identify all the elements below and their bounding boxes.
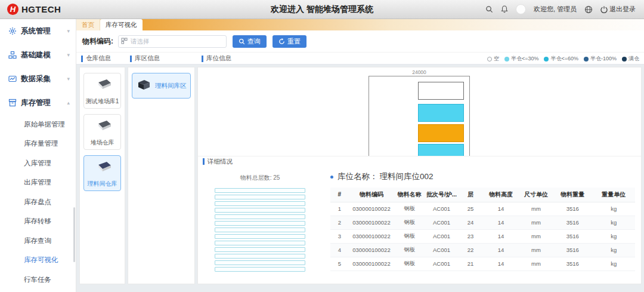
- sidebar-item-原始单据管理[interactable]: 原始单据管理: [0, 115, 76, 134]
- section-header-row: 仓库信息 库区信息 库位信息 空半仓<=30%半仓<=60%半仓-100%满仓: [76, 53, 644, 65]
- sidebar-item-系统管理[interactable]: 系统管理▾: [0, 19, 76, 43]
- bullet-icon: [330, 176, 333, 179]
- shelf-layer-row[interactable]: [215, 214, 305, 219]
- shelf-layer-row[interactable]: [215, 267, 305, 272]
- warehouse-panel: 测试堆场库1堆场仓库理料间仓库: [79, 67, 125, 284]
- shelf-layer-row[interactable]: [215, 208, 305, 213]
- sidebar-item-库存转移[interactable]: 库存转移: [0, 212, 76, 232]
- table-row[interactable]: 3030000100022钢板AC0012314mm3516kg: [330, 229, 635, 243]
- sidebar-item-库存查询[interactable]: 库存查询: [0, 231, 76, 251]
- sidebar-item-库存可视化[interactable]: 库存可视化: [0, 251, 76, 271]
- material-code-input[interactable]: [118, 35, 227, 48]
- chevron-down-icon: ▾: [67, 76, 70, 82]
- table-cell: 钢板: [394, 243, 425, 257]
- sidebar-item-库存量管理[interactable]: 库存量管理: [0, 134, 76, 154]
- table-row[interactable]: 1030000100022钢板AC0012514mm3516kg: [330, 202, 635, 216]
- power-icon: [600, 6, 608, 13]
- bin-slot[interactable]: [418, 124, 464, 142]
- bin-container[interactable]: [369, 76, 470, 157]
- sidebar-item-数据采集[interactable]: 数据采集▾: [0, 67, 76, 91]
- table-cell: mm: [519, 229, 553, 243]
- shelf-layer-row[interactable]: [215, 228, 305, 232]
- shelf-layer-row[interactable]: [215, 241, 305, 245]
- sidebar-item-出库管理[interactable]: 出库管理: [0, 173, 76, 193]
- table-cell: AC001: [425, 229, 458, 243]
- table-cell: 22: [459, 243, 483, 257]
- table-cell: 030000100022: [349, 229, 395, 243]
- sidebar-scrollbar[interactable]: [73, 207, 75, 262]
- bell-icon[interactable]: [501, 5, 508, 13]
- logout-label: 退出登录: [609, 5, 636, 14]
- table-header-cell: 尺寸单位: [519, 188, 553, 202]
- table-cell: 2: [330, 216, 349, 229]
- table-row[interactable]: 2030000100022钢板AC0012414mm3516kg: [330, 216, 635, 229]
- shelf-layer-row[interactable]: [215, 188, 305, 193]
- shelf-layer-row[interactable]: [215, 201, 305, 206]
- table-cell: 钢板: [394, 202, 425, 216]
- sidebar-item-行车任务[interactable]: 行车任务: [0, 270, 76, 290]
- warehouse-slab-icon: [92, 169, 113, 177]
- sidebar-item-库存盘点[interactable]: 库存盘点: [0, 192, 76, 212]
- shelf-layer-row[interactable]: [215, 221, 305, 226]
- sidebar-item-报表管理[interactable]: 报表管理▾: [0, 290, 76, 292]
- tab-home[interactable]: 首页: [76, 19, 100, 30]
- table-cell: 3516: [553, 216, 592, 229]
- sidebar-item-库存管理[interactable]: 库存管理▴: [0, 91, 76, 115]
- shelf-layer-row[interactable]: [215, 254, 305, 259]
- table-cell: 4: [330, 243, 349, 257]
- search-icon[interactable]: [485, 5, 493, 13]
- bin-slot[interactable]: [418, 144, 464, 157]
- warehouse-card-理料间仓库[interactable]: 理料间仓库: [83, 155, 121, 191]
- shelf-layer-row[interactable]: [215, 195, 305, 199]
- table-cell: 5: [330, 257, 349, 271]
- location-name-value: 理料间库位002: [380, 171, 434, 182]
- sidebar-item-入库管理[interactable]: 入库管理: [0, 153, 76, 173]
- section-detail-info: 详细情况: [198, 156, 641, 167]
- shelf-layer-row[interactable]: [215, 234, 305, 239]
- table-cell: AC001: [425, 243, 458, 257]
- warehouse-card-堆场仓库[interactable]: 堆场仓库: [83, 114, 121, 150]
- table-cell: 3: [330, 229, 349, 243]
- table-header-cell: 层: [459, 188, 483, 202]
- table-cell: 14: [482, 216, 519, 229]
- logout-button[interactable]: 退出登录: [600, 5, 636, 14]
- tab-inventory-visualization[interactable]: 库存可视化: [100, 19, 143, 30]
- content-area: 测试堆场库1堆场仓库理料间仓库 理料间库区 24000 详细情况: [76, 65, 644, 292]
- legend-item: 半仓<=60%: [544, 55, 578, 63]
- area-panel: 理料间库区: [128, 67, 195, 284]
- table-cell: kg: [592, 243, 635, 257]
- table-cell: mm: [519, 216, 553, 229]
- shelf-layer-row[interactable]: [215, 260, 305, 265]
- legend-dot-icon: [544, 57, 549, 62]
- warehouse-card-测试堆场库1[interactable]: 测试堆场库1: [83, 73, 121, 109]
- reset-button[interactable]: 重置: [273, 35, 306, 48]
- table-cell: 3516: [553, 243, 592, 257]
- table-header-cell: 批次号/炉...: [425, 188, 458, 202]
- inventory-icon: [8, 99, 17, 107]
- language-globe-icon[interactable]: [584, 5, 593, 14]
- table-cell: 14: [482, 229, 519, 243]
- table-header-cell: 物料编码: [349, 188, 395, 202]
- table-cell: mm: [519, 202, 553, 216]
- select-prefix-icon: [121, 38, 128, 46]
- user-avatar[interactable]: [516, 4, 526, 14]
- table-header-cell: #: [330, 188, 349, 202]
- table-cell: 1: [330, 202, 349, 216]
- total-layers-text: 物料总层数: 25: [198, 174, 322, 182]
- bin-slot[interactable]: [418, 82, 464, 100]
- material-table-header-row: #物料编码物料名称批次号/炉...层物料高度尺寸单位物料重量重量单位: [330, 188, 635, 202]
- sidebar-item-基础建模[interactable]: 基础建模▾: [0, 43, 76, 67]
- shelf-layer-row[interactable]: [215, 247, 305, 252]
- app-window: H HGTECH 欢迎进入 智能堆场管理系统 欢迎您, 管理员 退出登录 系统: [0, 0, 644, 292]
- bin-slot[interactable]: [418, 104, 464, 122]
- section-bar: [81, 56, 83, 62]
- area-card-理料间库区[interactable]: 理料间库区: [132, 73, 191, 99]
- bin-dimension-label: 24000: [369, 69, 470, 75]
- table-cell: 3516: [553, 229, 592, 243]
- location-panel: 24000 详细情况 物料总层数: 25: [197, 67, 642, 284]
- table-row[interactable]: 4030000100022钢板AC0012214mm3516kg: [330, 243, 635, 257]
- query-button[interactable]: 查询: [233, 35, 267, 48]
- main-area: 首页 库存可视化 物料编码: 查询 重置: [76, 19, 644, 292]
- legend-dot-icon: [622, 57, 627, 62]
- table-row[interactable]: 5030000100022钢板AC0012114mm3516kg: [330, 257, 635, 271]
